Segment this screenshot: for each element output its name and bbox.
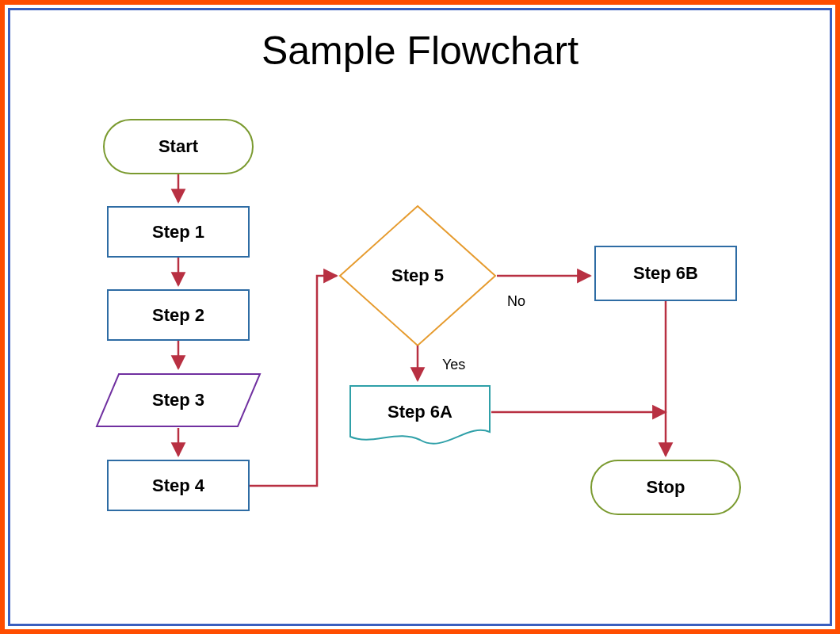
node-stop: Stop [590, 460, 741, 515]
node-step3-label: Step 3 [95, 372, 262, 428]
node-step6a-label: Step 6A [349, 378, 491, 446]
node-step6b: Step 6B [594, 246, 737, 301]
diagram-title: Sample Flowchart [0, 28, 840, 74]
node-step1-label: Step 1 [152, 222, 204, 243]
node-step4-label: Step 4 [152, 476, 204, 496]
node-step5: Step 5 [338, 204, 497, 347]
node-step1: Step 1 [107, 206, 250, 258]
node-step6b-label: Step 6B [633, 263, 698, 284]
node-step2: Step 2 [107, 289, 250, 341]
node-start-label: Start [158, 136, 198, 157]
node-step4: Step 4 [107, 460, 250, 511]
node-start: Start [103, 119, 254, 174]
node-step5-label: Step 5 [338, 204, 497, 347]
node-step6a: Step 6A [349, 384, 491, 446]
node-stop-label: Stop [647, 477, 685, 498]
edge-label-no: No [507, 293, 525, 310]
edge-label-yes: Yes [442, 357, 465, 373]
node-step2-label: Step 2 [152, 305, 204, 326]
node-step3: Step 3 [95, 372, 262, 428]
